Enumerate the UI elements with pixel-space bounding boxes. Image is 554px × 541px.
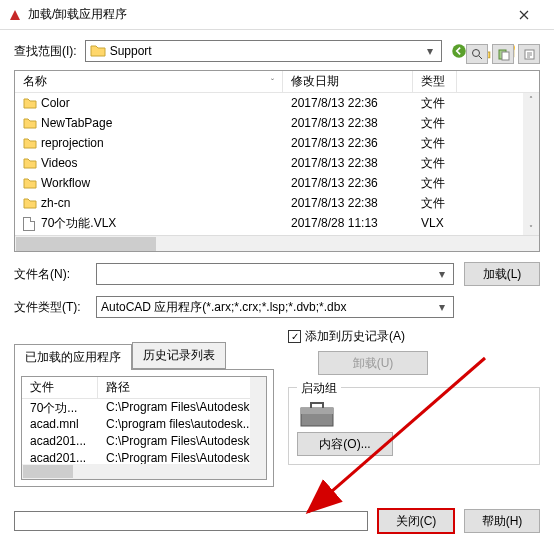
folder-icon [90, 43, 106, 59]
chevron-down-icon: ▾ [435, 267, 449, 281]
folder-icon [23, 197, 37, 209]
filetype-label: 文件类型(T): [14, 299, 86, 316]
folder-icon [23, 157, 37, 169]
loaded-apps-panel: 文件 路径 70个功...C:\Program Files\Autodesk..… [14, 369, 274, 487]
svg-point-3 [472, 49, 479, 56]
briefcase-icon [297, 400, 337, 428]
file-row[interactable]: Color2017/8/13 22:36文件 [15, 93, 539, 113]
file-row[interactable]: Workflow2017/8/13 22:36文件 [15, 173, 539, 193]
hscrollbar[interactable] [15, 235, 539, 251]
properties-button[interactable] [518, 44, 540, 64]
chevron-down-icon: ▾ [423, 44, 437, 58]
mini-vscroll[interactable] [250, 377, 266, 479]
titlebar: 加载/卸载应用程序 [0, 0, 554, 30]
folder-icon [23, 117, 37, 129]
chevron-down-icon: ▾ [435, 300, 449, 314]
svg-rect-9 [301, 408, 333, 414]
window-title: 加载/卸载应用程序 [28, 6, 502, 23]
add-to-history-checkbox[interactable]: ✓ 添加到历史记录(A) [288, 328, 540, 345]
loaded-row[interactable]: acad201...C:\Program Files\Autodesk... [22, 433, 266, 450]
sort-icon: ˇ [271, 77, 274, 87]
svg-point-0 [452, 44, 466, 58]
file-list-header: 名称ˇ 修改日期 类型 [15, 71, 539, 93]
file-row[interactable]: reprojection2017/8/13 22:36文件 [15, 133, 539, 153]
tab-loaded[interactable]: 已加载的应用程序 [14, 344, 132, 370]
startup-group: 启动组 内容(O)... [288, 387, 540, 465]
content-button[interactable]: 内容(O)... [297, 432, 393, 456]
folder-icon [23, 97, 37, 109]
column-name[interactable]: 名称ˇ [15, 71, 283, 92]
tab-history[interactable]: 历史记录列表 [132, 342, 226, 369]
column-modified[interactable]: 修改日期 [283, 71, 413, 92]
look-in-value: Support [110, 44, 423, 58]
load-button[interactable]: 加载(L) [464, 262, 540, 286]
close-window-icon[interactable] [502, 0, 546, 30]
loaded-row[interactable]: acad.mnlC:\program files\autodesk... [22, 416, 266, 433]
app-icon [8, 8, 22, 22]
mini-hscroll[interactable] [22, 464, 250, 479]
filename-label: 文件名(N): [14, 266, 86, 283]
search-button[interactable] [466, 44, 488, 64]
look-in-combo[interactable]: Support ▾ [85, 40, 442, 62]
folder-icon [23, 177, 37, 189]
file-row[interactable]: zh-cn2017/8/13 22:38文件 [15, 193, 539, 213]
status-field [14, 511, 368, 531]
close-button[interactable]: 关闭(C) [378, 509, 454, 533]
file-row[interactable]: NewTabPage2017/8/13 22:38文件 [15, 113, 539, 133]
file-icon [23, 217, 37, 229]
paste-button[interactable] [492, 44, 514, 64]
unload-button: 卸载(U) [318, 351, 428, 375]
filetype-combo[interactable]: AutoCAD 应用程序(*.arx;*.crx;*.lsp;*.dvb;*.d… [96, 296, 454, 318]
look-in-label: 查找范围(I): [14, 43, 77, 60]
svg-rect-5 [502, 52, 509, 60]
mini-col-file[interactable]: 文件 [22, 377, 98, 398]
file-row[interactable]: 70个功能.VLX2017/8/28 11:13VLX [15, 213, 539, 233]
file-list: 名称ˇ 修改日期 类型 Color2017/8/13 22:36文件NewTab… [14, 70, 540, 252]
file-row[interactable]: Videos2017/8/13 22:38文件 [15, 153, 539, 173]
mini-col-path[interactable]: 路径 [98, 377, 266, 398]
column-type[interactable]: 类型 [413, 71, 457, 92]
vscrollbar[interactable]: ˄˅ [523, 93, 539, 235]
checkbox-icon: ✓ [288, 330, 301, 343]
loaded-row[interactable]: 70个功...C:\Program Files\Autodesk... [22, 399, 266, 416]
startup-group-title: 启动组 [297, 380, 341, 397]
filename-input[interactable]: ▾ [96, 263, 454, 285]
help-button[interactable]: 帮助(H) [464, 509, 540, 533]
folder-icon [23, 137, 37, 149]
